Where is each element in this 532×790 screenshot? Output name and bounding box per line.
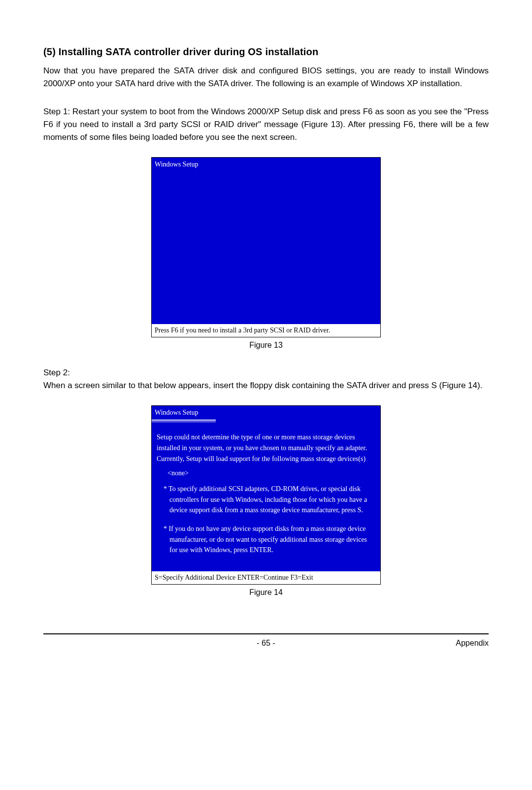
step1-paragraph: Step 1: Restart your system to boot from… [43,105,489,144]
bullet-2: * If you do not have any device support … [164,524,375,556]
none-entry: <none> [167,468,375,479]
section-title: (5) Installing SATA controller driver du… [43,44,489,60]
document-page: (5) Installing SATA controller driver du… [0,0,532,633]
footer-section-name: Appendix [456,637,489,650]
step2-paragraph: When a screen similar to that below appe… [43,379,489,392]
windows-setup-body-1 [152,170,380,324]
page-number: - 65 - [257,637,275,650]
intro-paragraph: Now that you have prepared the SATA driv… [43,65,489,91]
setup-message: Setup could not determine the type of on… [157,432,375,464]
step2-label: Step 2: [43,366,489,379]
figure-14-caption: Figure 14 [43,587,489,599]
windows-setup-box-2: Windows Setup Setup could not determine … [151,405,381,585]
windows-setup-body-2: Setup could not determine the type of on… [152,429,380,571]
windows-setup-title-1: Windows Setup [152,158,380,171]
page-footer: - 65 - Appendix [0,633,532,667]
windows-setup-footer-1: Press F6 if you need to install a 3rd pa… [152,324,380,337]
windows-setup-title-2: Windows Setup [152,406,380,419]
windows-setup-box-1: Windows Setup Press F6 if you need to in… [151,157,381,337]
figure-13-caption: Figure 13 [43,339,489,352]
bullet-1: * To specify additional SCSI adapters, C… [164,484,375,516]
divider [152,420,216,422]
windows-setup-footer-2: S=Specify Additional Device ENTER=Contin… [152,571,380,584]
figure-14: Windows Setup Setup could not determine … [43,405,489,599]
figure-13: Windows Setup Press F6 if you need to in… [43,157,489,352]
